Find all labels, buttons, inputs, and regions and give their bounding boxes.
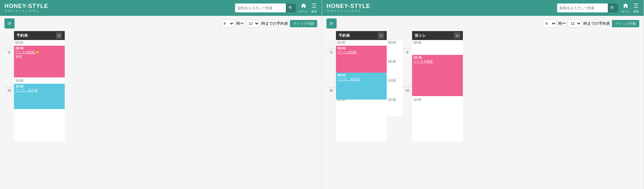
time-label-10-right: 10: [326, 87, 336, 125]
time-label-9-right2: 9: [403, 49, 412, 87]
gap-col-right: 09:00 09:30 10:00 10:30: [387, 31, 403, 186]
add-col-btn-toxtore[interactable]: +: [454, 32, 460, 39]
header-right-right: 🔍 ホーム 集客: [557, 3, 639, 14]
announce-icon-right[interactable]: 集客: [633, 3, 639, 14]
event-blue-hanako-left[interactable]: 10:00 アトラ 花子様: [14, 84, 65, 109]
schedule-col-yoyakuhyo: 予約表 + 09:00 09:30 10:00 10:30: [14, 31, 65, 186]
schedule-body-right2: 09:00 10:20 09:40 アトラ大郎様: [412, 40, 463, 141]
right-panel: HONEY-STYLE マネジメントシステム 🔍 ホーム 集客 ⟳ 91011: [322, 0, 644, 189]
event-pink-taro-col2[interactable]: 09:40 アトラ大郎様: [412, 55, 463, 96]
time-from-select-left[interactable]: 91011: [221, 19, 234, 28]
event-pink-taro-left[interactable]: 09:00 アトラ大郎様 🔔 猫貴: [14, 46, 65, 77]
slot-1030-r1: 10:30: [336, 97, 387, 116]
quick-print-button-right[interactable]: クイック印刷: [612, 20, 639, 27]
event-link-hanako-right[interactable]: アトラ 花子様: [338, 77, 360, 81]
left-panel: HONEY-STYLE マネジメントシステム 🔍 ホーム 集客 ⟳ 91011: [0, 0, 322, 189]
search-box-left[interactable]: 🔍: [235, 3, 296, 12]
home-icon-left[interactable]: ホーム: [299, 3, 308, 14]
time-label-10-right2: 10: [403, 87, 412, 125]
schedule-body-left: 09:00 09:30 10:00 10:30 09:00 アトラ大郎様 🔔: [14, 40, 65, 141]
search-box-right[interactable]: 🔍: [557, 3, 618, 12]
event-link-taro-left[interactable]: アトラ大郎様 🔔: [16, 50, 39, 54]
toolbar-right-right: 91011 時〜 121314 時までの予約表 クイック印刷: [543, 19, 639, 28]
refresh-button-left[interactable]: ⟳: [4, 18, 15, 29]
event-link-taro-col2[interactable]: アトラ大郎様: [414, 60, 433, 63]
col-header-yoyakuhyo: 予約表 +: [14, 31, 65, 40]
toolbar-right-left-actions: ⟳: [326, 18, 337, 29]
toolbar-left-actions: ⟳: [4, 18, 15, 29]
event-blue-hanako-right[interactable]: 09:30 アトラ 花子様: [336, 73, 387, 100]
toolbar-right-left: 91011 時〜 121314 時までの予約表 クイック印刷: [221, 19, 317, 28]
header-right-left: 🔍 ホーム 集客: [235, 3, 317, 14]
col-header-toxtore: 栄トレ +: [412, 31, 463, 40]
time-label-9-left: 9: [4, 49, 14, 87]
quick-print-button-left[interactable]: クイック印刷: [290, 20, 317, 27]
announce-icon-left[interactable]: 集客: [311, 3, 317, 14]
time-col-right: 9 10: [326, 31, 336, 186]
time-label-9-right: 9: [326, 49, 336, 87]
schedule-col-yoyakuhyo2: 予約表 + 09:00 09:30 10:00 10:30 09:00: [336, 31, 387, 186]
search-input-left[interactable]: [235, 3, 286, 12]
add-column-button-left[interactable]: +: [56, 32, 62, 39]
search-button-right[interactable]: 🔍: [608, 3, 618, 12]
add-col-btn-yoyakuhyo2[interactable]: +: [378, 32, 384, 39]
event-link-taro-right[interactable]: アトラ大郎様: [338, 50, 357, 54]
toolbar-left: ⟳ 91011 時〜 121314 時までの予約表 クイック印刷: [0, 16, 322, 31]
time-from-select-right[interactable]: 91011: [543, 19, 556, 28]
schedule-col-toxtore: 栄トレ + 09:00 10:20 09:40 アトラ大郎様: [412, 31, 463, 186]
time-to-select-left[interactable]: 121314: [246, 19, 260, 28]
header-right: HONEY-STYLE マネジメントシステム 🔍 ホーム 集客: [322, 0, 644, 16]
event-link-hanako-left[interactable]: アトラ 花子様: [16, 88, 38, 92]
logo-left: HONEY-STYLE マネジメントシステム: [4, 3, 48, 13]
time-col-left: 9 10: [4, 31, 14, 186]
home-icon-right[interactable]: ホーム: [621, 3, 630, 14]
time-to-select-right[interactable]: 121314: [568, 19, 582, 28]
header-left: HONEY-STYLE マネジメントシステム 🔍 ホーム 集客: [0, 0, 322, 16]
time-col-right2: 9 10: [403, 31, 412, 186]
search-button-left[interactable]: 🔍: [286, 3, 296, 12]
calendar-area-right: 9 10 予約表 + 09:00 09:30 10:00 10:30: [322, 31, 644, 189]
schedule-body-right1: 09:00 09:30 10:00 10:30 09:00 アトラ大郎様: [336, 40, 387, 141]
event-pink-taro-right[interactable]: 09:00 アトラ大郎様: [336, 46, 387, 73]
slot-1030-r2: 10:20: [412, 97, 463, 116]
toolbar-right: ⟳ 91011 時〜 121314 時までの予約表 クイック印刷: [322, 16, 644, 31]
time-label-10-left: 10: [4, 87, 14, 125]
logo-right: HONEY-STYLE マネジメントシステム: [326, 3, 370, 13]
col-header-yoyakuhyo2: 予約表 +: [336, 31, 387, 40]
search-input-right[interactable]: [557, 3, 608, 12]
calendar-area-left: 9 10 予約表 + 09:00 09:30 10:00: [0, 31, 322, 189]
refresh-button-right[interactable]: ⟳: [326, 18, 337, 29]
